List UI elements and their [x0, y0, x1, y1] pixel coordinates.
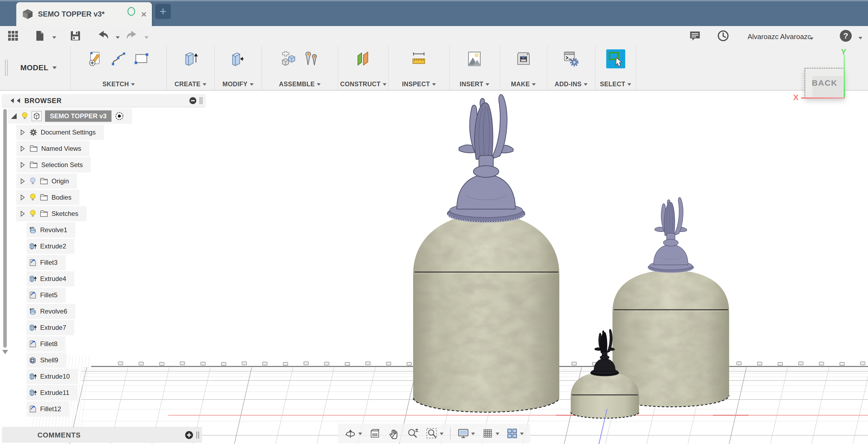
- ribbon-group-select[interactable]: SELECT: [595, 45, 636, 90]
- tree-item-extrude2[interactable]: Extrude2: [27, 239, 74, 254]
- ribbon-group-create[interactable]: CREATE: [167, 45, 215, 90]
- tree-item-fillet12[interactable]: Fillet12: [27, 402, 69, 417]
- ribbon-group-insert[interactable]: INSERT: [450, 45, 500, 90]
- user-menu[interactable]: Alvaroazc Alvaroazc: [748, 33, 811, 41]
- press-pull-icon[interactable]: [229, 50, 248, 68]
- display-settings-button[interactable]: [457, 427, 475, 440]
- tree-item-fillet5[interactable]: Fillet5: [27, 287, 66, 303]
- grid-settings-button[interactable]: [482, 427, 499, 440]
- activate-component-radio[interactable]: [115, 112, 124, 121]
- ribbon-group-caret: [317, 83, 321, 88]
- model-jar-large[interactable]: [413, 94, 559, 412]
- tree-item-selection-sets[interactable]: Selection Sets: [16, 157, 91, 172]
- document-tab[interactable]: SEMO TOPPER v3* ×: [16, 2, 152, 26]
- version-history-icon[interactable]: [717, 29, 730, 42]
- tree-item-named-views[interactable]: Named Views: [16, 141, 90, 156]
- extrude-create-icon[interactable]: [181, 50, 200, 68]
- view-cube-back-face[interactable]: BACK: [805, 68, 845, 98]
- orbit-button[interactable]: [344, 427, 362, 440]
- fit-button[interactable]: [426, 427, 443, 440]
- ribbon-group-inspect[interactable]: INSPECT: [389, 45, 450, 90]
- tree-item-fillet8[interactable]: Fillet8: [27, 336, 66, 351]
- ribbon-group-make[interactable]: MAKE: [500, 45, 547, 90]
- measure-icon[interactable]: [410, 50, 429, 68]
- collapse-browser-icon[interactable]: [8, 98, 21, 103]
- tree-item-revolve1[interactable]: Revolve1: [27, 222, 75, 237]
- tree-item-extrude4[interactable]: Extrude4: [27, 271, 74, 286]
- app-grid-icon[interactable]: [6, 29, 20, 42]
- expand-arrow-icon[interactable]: [19, 178, 26, 185]
- user-menu-caret[interactable]: [805, 33, 818, 46]
- display-settings-caret[interactable]: [471, 433, 475, 437]
- tree-item-extrude11[interactable]: Extrude11: [27, 385, 78, 400]
- ribbon-group-construct[interactable]: CONSTRUCT: [338, 45, 389, 90]
- scripts-addins-icon[interactable]: [562, 50, 581, 68]
- corn-topper-large[interactable]: [447, 94, 525, 222]
- browser-header[interactable]: BROWSER: [2, 94, 205, 107]
- tree-item-revolve6[interactable]: Revolve6: [27, 304, 75, 319]
- comments-resize-handle[interactable]: [196, 432, 199, 439]
- tree-item-bodies[interactable]: Bodies: [16, 190, 80, 205]
- tree-item-fillet3[interactable]: Fillet3: [27, 255, 66, 270]
- tree-item-document-settings[interactable]: Document Settings: [16, 125, 104, 140]
- tree-item-extrude10[interactable]: Extrude10: [27, 369, 78, 384]
- zoom-button[interactable]: [407, 427, 419, 440]
- insert-image-icon[interactable]: [465, 50, 484, 68]
- ribbon-group-add-ins[interactable]: ADD-INS: [547, 45, 595, 90]
- new-component-icon[interactable]: [279, 50, 298, 68]
- expand-arrow-icon[interactable]: [19, 161, 26, 169]
- redo-caret[interactable]: [140, 32, 153, 45]
- expand-arrow-icon[interactable]: [19, 145, 26, 152]
- tree-item-root[interactable]: SEMO TOPPER v3: [8, 108, 132, 124]
- view-cube[interactable]: BACK Y X: [802, 65, 848, 105]
- expand-arrow-icon[interactable]: [19, 210, 26, 218]
- model-jar-medium[interactable]: [613, 197, 729, 407]
- viewports-caret[interactable]: [520, 433, 524, 437]
- workspace-switcher[interactable]: MODEL: [0, 45, 71, 90]
- visibility-bulb-off-icon[interactable]: [29, 177, 36, 185]
- tree-item-shell9[interactable]: Shell9: [27, 353, 66, 368]
- fit-caret[interactable]: [440, 433, 443, 437]
- corn-topper-medium[interactable]: [648, 197, 693, 273]
- browser-minimize-icon[interactable]: [189, 97, 197, 105]
- file-menu-caret[interactable]: [48, 32, 61, 45]
- joint-icon[interactable]: [302, 50, 321, 68]
- ribbon-group-modify[interactable]: MODIFY: [215, 45, 262, 90]
- add-comment-icon[interactable]: [184, 431, 194, 440]
- undo-caret[interactable]: [111, 32, 124, 45]
- comments-icon[interactable]: [688, 29, 702, 42]
- redo-button[interactable]: [125, 29, 138, 42]
- tree-item-origin[interactable]: Origin: [16, 173, 77, 189]
- viewports-button[interactable]: [506, 427, 524, 440]
- expand-toggle-icon[interactable]: [10, 112, 18, 120]
- root-component-label[interactable]: SEMO TOPPER v3: [45, 110, 112, 122]
- look-at-button[interactable]: [369, 427, 381, 440]
- sketch-rectangle-icon[interactable]: [132, 50, 151, 68]
- construction-plane-icon[interactable]: [354, 50, 373, 68]
- ribbon-group-sketch[interactable]: SKETCH: [71, 45, 167, 90]
- orbit-caret[interactable]: [358, 433, 362, 437]
- create-sketch-icon[interactable]: [87, 50, 105, 68]
- visibility-bulb-on-icon[interactable]: [21, 112, 28, 120]
- 3d-print-icon[interactable]: [514, 50, 533, 68]
- tree-item-extrude7[interactable]: Extrude7: [27, 320, 74, 335]
- visibility-bulb-on-icon[interactable]: [29, 193, 36, 201]
- grid-settings-caret[interactable]: [496, 433, 499, 437]
- browser-resize-handle[interactable]: [199, 97, 203, 104]
- expand-arrow-icon[interactable]: [19, 129, 26, 136]
- file-menu-icon[interactable]: [33, 29, 46, 42]
- undo-button[interactable]: [97, 29, 110, 42]
- spline-icon[interactable]: [109, 50, 128, 68]
- close-tab-button[interactable]: ×: [141, 9, 147, 19]
- ribbon-group-assemble[interactable]: ASSEMBLE: [262, 45, 338, 90]
- select-window-icon[interactable]: [606, 50, 625, 68]
- tree-item-sketches[interactable]: Sketches: [16, 206, 87, 221]
- new-tab-button[interactable]: +: [155, 4, 171, 19]
- pan-button[interactable]: [388, 427, 400, 440]
- help-caret[interactable]: [854, 33, 867, 45]
- expand-arrow-icon[interactable]: [19, 194, 26, 201]
- help-button[interactable]: ?: [840, 30, 852, 42]
- visibility-bulb-on-icon[interactable]: [29, 210, 36, 218]
- comments-bar[interactable]: COMMENTS: [2, 427, 202, 443]
- save-button[interactable]: [69, 29, 82, 42]
